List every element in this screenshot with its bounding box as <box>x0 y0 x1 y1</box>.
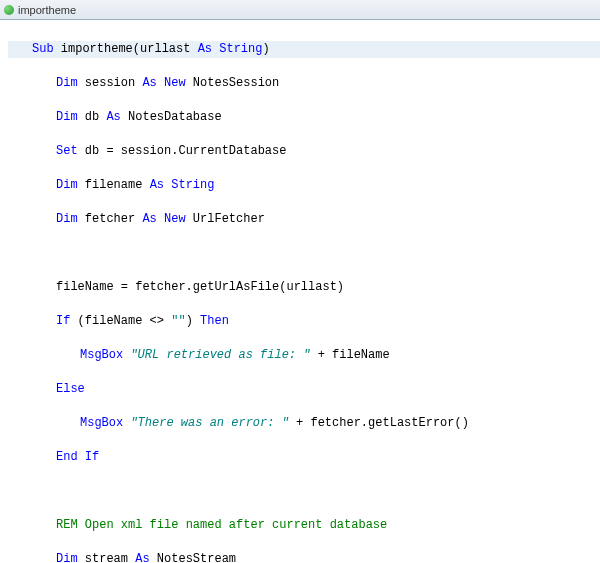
code-line: MsgBox "URL retrieved as file: " + fileN… <box>8 347 600 364</box>
code-line: MsgBox "There was an error: " + fetcher.… <box>8 415 600 432</box>
code-line: Dim fetcher As New UrlFetcher <box>8 211 600 228</box>
tab-bar: importheme <box>0 0 600 20</box>
code-line: Dim db As NotesDatabase <box>8 109 600 126</box>
code-line: Dim stream As NotesStream <box>8 551 600 563</box>
code-editor[interactable]: Sub importheme(urllast As String) Dim se… <box>0 20 600 563</box>
code-line: End If <box>8 449 600 466</box>
code-line: Sub importheme(urllast As String) <box>8 41 600 58</box>
code-line <box>8 245 600 262</box>
code-line: Else <box>8 381 600 398</box>
function-icon <box>4 5 14 15</box>
code-line: Dim session As New NotesSession <box>8 75 600 92</box>
code-line: Dim filename As String <box>8 177 600 194</box>
tab-label: importheme <box>18 4 76 16</box>
code-line: If (fileName <> "") Then <box>8 313 600 330</box>
code-line: REM Open xml file named after current da… <box>8 517 600 534</box>
code-line <box>8 483 600 500</box>
code-line: Set db = session.CurrentDatabase <box>8 143 600 160</box>
code-line: fileName = fetcher.getUrlAsFile(urllast) <box>8 279 600 296</box>
